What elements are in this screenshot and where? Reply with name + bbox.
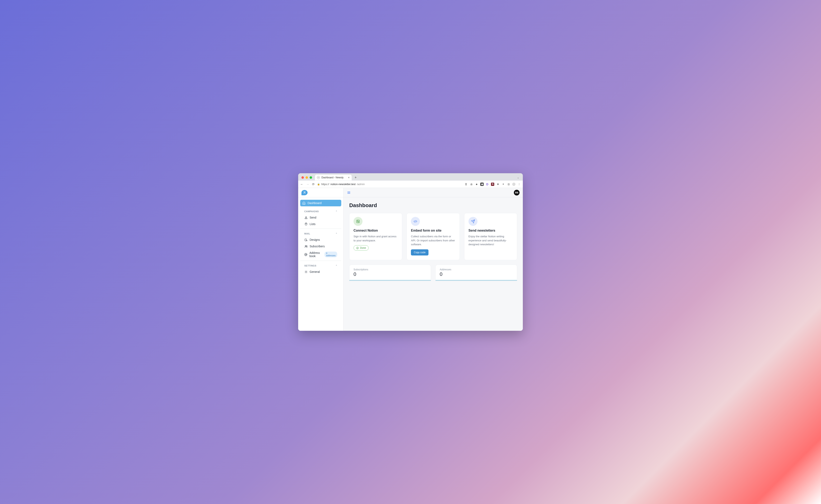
inbox-icon [304, 223, 308, 226]
logo-area: N [298, 188, 343, 197]
section-title: MAIL [304, 232, 310, 235]
sidebar-item-label: General [310, 270, 320, 273]
card-title: Connect Notion [354, 229, 398, 232]
svg-point-5 [306, 271, 306, 272]
window-close-button[interactable] [302, 176, 304, 179]
done-label: Done [360, 246, 366, 249]
card-connect-notion: Connect Notion Sign in with Notion and g… [349, 213, 402, 260]
app-logo[interactable]: N [302, 190, 308, 195]
stat-subscriptions: Subscriptions 0 [349, 265, 431, 281]
tabs-dropdown-icon[interactable]: ⌄ [517, 176, 521, 179]
copy-code-button[interactable]: Copy code [411, 249, 428, 255]
menu-toggle-button[interactable] [347, 191, 351, 195]
home-icon [302, 201, 306, 205]
extension-icon[interactable]: ▣ [480, 183, 484, 186]
new-tab-button[interactable]: + [353, 176, 358, 179]
sidebar-item-label: Dashboard [308, 201, 322, 205]
check-circle-icon [356, 247, 359, 249]
sidebar-item-label: Designs [310, 238, 320, 241]
stat-label: Addresses [440, 268, 513, 271]
sidebar-item-label: Address book [309, 251, 323, 258]
stat-label: Subscriptions [354, 268, 427, 271]
sidebar-item-address-book[interactable]: Address book 0 addresses [302, 250, 339, 259]
svg-rect-0 [305, 239, 306, 241]
section-header-campaigns[interactable]: CAMPAIGNS ⌃ [302, 210, 339, 214]
sidebar: N Dashboard CAMPAIGNS ⌃ [298, 188, 344, 331]
profile-avatar-icon[interactable] [512, 183, 515, 186]
users-icon [304, 245, 308, 248]
bookmark-icon[interactable]: ☆ [470, 183, 473, 186]
card-embed-form: Embed form on site Collect subscribers v… [407, 213, 459, 260]
card-description: Collect subscribers via the form or API.… [411, 234, 455, 246]
page-title: Dashboard [349, 202, 517, 209]
card-title: Send newsletters [468, 229, 513, 232]
window-maximize-button[interactable] [310, 176, 312, 179]
section-title: CAMPAIGNS [304, 210, 319, 213]
extension-icon[interactable]: ◈ [475, 183, 478, 186]
lock-icon: 🔒 [317, 183, 320, 185]
gear-icon [304, 270, 308, 273]
extension-settings-icon[interactable]: ✿ [496, 183, 499, 186]
nav-controls: ← → ⟳ [300, 182, 315, 186]
svg-point-2 [305, 245, 306, 246]
card-description: Sign in with Notion and grant access to … [354, 234, 398, 242]
chevron-up-icon: ⌃ [336, 233, 337, 235]
address-field[interactable]: 🔒 https://notion-newsletter.test/admin [317, 183, 462, 186]
window-minimize-button[interactable] [306, 176, 308, 179]
tab-close-icon[interactable]: × [348, 176, 350, 179]
browser-menu-icon[interactable]: ⋮ [517, 183, 521, 186]
section-title: SETTINGS [304, 264, 316, 267]
svg-point-1 [307, 240, 307, 241]
at-sign-icon [304, 253, 307, 256]
sidebar-section-mail: MAIL ⌃ Designs Subscribers [300, 229, 341, 261]
reload-button[interactable]: ⟳ [312, 182, 315, 186]
send-icon [304, 216, 308, 219]
sidebar-item-subscribers[interactable]: Subscribers [302, 243, 339, 250]
sidebar-item-dashboard[interactable]: Dashboard [300, 200, 341, 206]
panel-icon[interactable]: ◫ [507, 183, 510, 186]
extension-icon[interactable]: D [486, 183, 489, 186]
sidebar-section-campaigns: CAMPAIGNS ⌃ Send Lists [300, 206, 341, 229]
back-button[interactable]: ← [300, 182, 303, 186]
user-avatar[interactable]: RB [514, 190, 519, 195]
extensions-menu-icon[interactable]: ✦ [502, 183, 505, 186]
stat-value: 0 [354, 271, 427, 277]
traffic-lights [300, 176, 313, 179]
chevron-up-icon: ⌃ [336, 265, 337, 267]
browser-chrome: Dashboard - Newsly × + ⌄ ← → ⟳ 🔒 https:/… [298, 173, 523, 188]
tab-title: Dashboard - Newsly [322, 176, 344, 179]
browser-window: Dashboard - Newsly × + ⌄ ← → ⟳ 🔒 https:/… [298, 173, 523, 331]
app: N Dashboard CAMPAIGNS ⌃ [298, 188, 523, 331]
stat-value: 0 [440, 271, 513, 277]
url-domain: notion-newsletter.test [331, 183, 356, 186]
onboarding-cards: Connect Notion Sign in with Notion and g… [349, 213, 517, 260]
extension-icons: ⇪ ☆ ◈ ▣ D N ✿ ✦ ◫ ⋮ [464, 183, 521, 186]
browser-tab[interactable]: Dashboard - Newsly × [315, 175, 352, 180]
designs-icon [304, 238, 308, 241]
topbar: RB [344, 188, 523, 197]
section-header-settings[interactable]: SETTINGS ⌃ [302, 264, 339, 269]
sidebar-item-lists[interactable]: Lists [302, 221, 339, 227]
address-count-badge: 0 addresses [325, 252, 337, 257]
share-icon[interactable]: ⇪ [464, 183, 468, 186]
card-description: Enjoy the stellar Notion writing experie… [468, 234, 513, 246]
sidebar-item-send[interactable]: Send [302, 214, 339, 221]
forward-button[interactable]: → [306, 182, 309, 186]
sidebar-item-label: Send [310, 216, 316, 219]
sidebar-item-general[interactable]: General [302, 269, 339, 275]
stat-addresses: Addresses 0 [435, 265, 517, 281]
sidebar-nav: Dashboard CAMPAIGNS ⌃ Send [298, 197, 343, 279]
card-title: Embed form on site [411, 229, 455, 232]
done-badge: Done [354, 245, 369, 251]
svg-point-4 [305, 254, 306, 255]
card-send-newsletters: Send newsletters Enjoy the stellar Notio… [464, 213, 517, 260]
sidebar-item-designs[interactable]: Designs [302, 236, 339, 243]
sidebar-section-settings: SETTINGS ⌃ General [300, 261, 341, 276]
section-header-mail[interactable]: MAIL ⌃ [302, 232, 339, 236]
svg-point-3 [306, 245, 307, 246]
url-path: /admin [357, 183, 365, 186]
code-icon [411, 217, 420, 226]
content: Dashboard Connect Notion Sign in with No… [344, 197, 523, 285]
globe-icon [317, 176, 320, 179]
extension-icon[interactable]: N [491, 183, 494, 186]
